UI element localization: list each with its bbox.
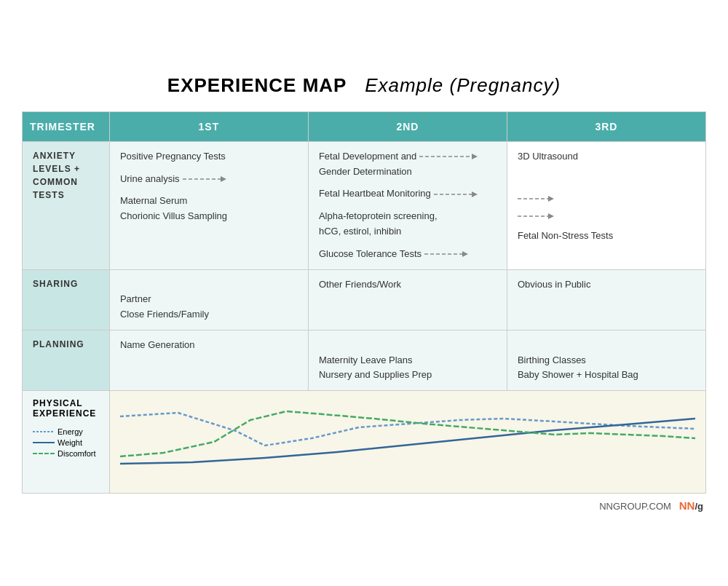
- page-title: EXPERIENCE MAP Example (Pregnancy): [22, 74, 706, 97]
- alpha-fetoprotein: Alpha-fetoprotein screening, hCG, estiro…: [319, 209, 496, 239]
- svg-marker-5: [472, 191, 478, 197]
- header-2nd: 2ND: [308, 111, 507, 141]
- weight-legend: Weight: [33, 438, 99, 447]
- arrow-glucose: [424, 249, 468, 259]
- fetal-heartbeat: Fetal Heartbeat Monitoring: [319, 186, 496, 202]
- urine-analysis: Urine analysis: [120, 172, 298, 187]
- physical-chart-svg: [120, 398, 695, 486]
- planning-col2: Maternity Leave Plans Nursery and Suppli…: [308, 330, 507, 390]
- header-3rd: 3RD: [507, 111, 705, 141]
- svg-marker-9: [548, 196, 554, 202]
- header-1st: 1ST: [109, 111, 308, 141]
- main-container: EXPERIENCE MAP Example (Pregnancy) TRIME…: [15, 60, 713, 527]
- footer: NNGROUP.COM NN/g: [22, 499, 706, 512]
- physical-chart-area: [109, 391, 705, 494]
- sharing-col3: Obvious in Public: [507, 269, 705, 330]
- title-italic: Example (Pregnancy): [365, 74, 561, 96]
- fetal-non-stress: Fetal Non-Stress Tests: [518, 229, 695, 244]
- anxiety-col3: 3D Ultrasound Fetal Non-Stress Tests: [507, 141, 705, 269]
- footer-logo-nn: NN: [679, 499, 695, 512]
- anxiety-col2: Fetal Development and Gender Determinati…: [308, 141, 507, 269]
- arrow-urine: [183, 174, 226, 184]
- sharing-label: SHARING: [23, 269, 110, 330]
- svg-marker-3: [472, 154, 478, 159]
- physical-legend: Energy Weight Discomfort: [33, 427, 99, 458]
- svg-marker-11: [548, 213, 554, 219]
- svg-marker-1: [221, 176, 226, 182]
- arrow-heartbeat-3rd: [518, 194, 554, 204]
- fetal-development: Fetal Development and Gender Determinati…: [319, 149, 496, 180]
- arrow-fetal-dev: [419, 151, 478, 162]
- glucose-3rd: [518, 211, 695, 226]
- maternal-serum: Maternal Serum Chorionic Villus Sampling: [120, 194, 298, 224]
- planning-label: PLANNING: [23, 330, 110, 390]
- anxiety-label: ANXIETY LEVELS + COMMON TESTS: [23, 141, 110, 269]
- sharing-col1: Partner Close Friends/Family: [109, 269, 308, 330]
- physical-title: PHYSICAL EXPERIENCE: [33, 398, 99, 419]
- footer-site: NNGROUP.COM: [599, 501, 671, 512]
- sharing-row: SHARING Partner Close Friends/Family Oth…: [23, 269, 706, 330]
- header-row: TRIMESTER 1ST 2ND 3RD: [23, 111, 706, 141]
- svg-marker-7: [462, 251, 468, 257]
- title-bold: EXPERIENCE MAP: [167, 74, 347, 96]
- header-trimester: TRIMESTER: [23, 111, 110, 141]
- 3d-ultrasound: 3D Ultrasound: [518, 149, 695, 165]
- anxiety-col1: Positive Pregnancy Tests Urine analysis …: [109, 141, 308, 269]
- footer-logo-g: g: [697, 501, 703, 512]
- energy-legend: Energy: [33, 427, 99, 436]
- positive-pregnancy-tests: Positive Pregnancy Tests: [120, 149, 298, 165]
- planning-col1: Name Generation: [109, 330, 308, 390]
- planning-col3: Birthing Classes Baby Shower + Hospital …: [507, 330, 705, 390]
- physical-label: PHYSICAL EXPERIENCE Energy Weight Discom…: [23, 391, 110, 494]
- glucose-tolerance: Glucose Tolerance Tests: [319, 247, 496, 262]
- physical-row: PHYSICAL EXPERIENCE Energy Weight Discom…: [23, 391, 706, 494]
- anxiety-row: ANXIETY LEVELS + COMMON TESTS Positive P…: [23, 141, 706, 269]
- planning-row: PLANNING Name Generation Maternity Leave…: [23, 330, 706, 390]
- arrow-heartbeat: [434, 189, 478, 199]
- sharing-col2: Other Friends/Work: [308, 269, 507, 330]
- experience-map-table: TRIMESTER 1ST 2ND 3RD ANXIETY LEVELS + C…: [22, 111, 706, 494]
- discomfort-legend: Discomfort: [33, 449, 99, 458]
- fetal-heartbeat-3rd: [518, 194, 695, 204]
